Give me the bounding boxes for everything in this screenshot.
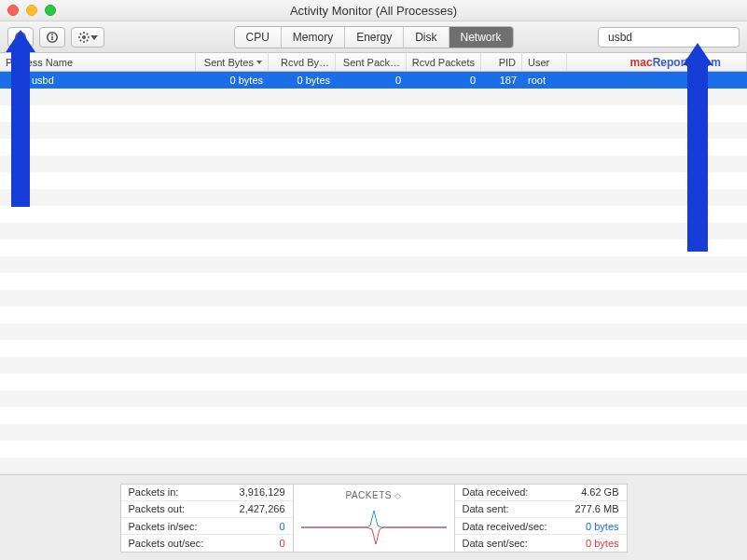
annotation-arrow-right (683, 43, 712, 252)
svg-point-5 (82, 35, 86, 39)
tab-network[interactable]: Network (450, 27, 513, 48)
table-row[interactable] (0, 357, 747, 374)
tab-cpu[interactable]: CPU (234, 27, 281, 48)
column-sent-packets[interactable]: Sent Pack… (336, 53, 407, 71)
tab-disk[interactable]: Disk (404, 27, 449, 48)
summary-row: Data sent:277.6 MB (455, 501, 627, 518)
search-field[interactable]: ✕ (598, 27, 740, 48)
titlebar: Activity Monitor (All Processes) (0, 0, 747, 21)
maximize-window-button[interactable] (45, 5, 56, 16)
table-row[interactable] (0, 89, 747, 105)
table-row[interactable] (0, 273, 747, 290)
summary-row: Data received/sec:0 bytes (455, 518, 627, 535)
table-row[interactable] (0, 256, 747, 273)
table-row[interactable] (0, 407, 747, 424)
search-input[interactable] (608, 31, 747, 44)
summary-row: Data received:4.62 GB (455, 485, 627, 501)
column-pid[interactable]: PID (481, 53, 522, 71)
svg-line-12 (80, 39, 81, 40)
svg-point-3 (51, 34, 53, 35)
table-row[interactable] (0, 206, 747, 223)
summary-right: Data received:4.62 GBData sent:277.6 MBD… (454, 484, 628, 553)
tab-energy[interactable]: Energy (345, 27, 404, 48)
summary-left: Packets in:3,916,129Packets out:2,427,26… (120, 484, 294, 553)
summary-graph: PACKETS (294, 484, 454, 553)
table-row[interactable] (0, 122, 747, 139)
table-row[interactable] (0, 105, 747, 122)
info-button[interactable] (39, 27, 65, 48)
table-row[interactable] (0, 323, 747, 340)
column-rcvd-bytes[interactable]: Rcvd By… (269, 53, 336, 71)
table-row[interactable] (0, 156, 747, 172)
window-title: Activity Monitor (All Processes) (290, 4, 457, 18)
summary-row: Packets in:3,916,129 (121, 485, 293, 501)
svg-marker-14 (90, 35, 98, 40)
table-row[interactable] (0, 340, 747, 357)
column-sent-bytes[interactable]: Sent Bytes (196, 53, 269, 71)
svg-line-11 (87, 39, 88, 40)
graph-label[interactable]: PACKETS (294, 485, 454, 500)
tab-memory[interactable]: Memory (282, 27, 345, 48)
tab-switcher: CPU Memory Energy Disk Network (233, 26, 513, 48)
packets-sparkline (301, 509, 447, 546)
table-row[interactable] (0, 441, 747, 458)
annotation-arrow-left (6, 30, 35, 207)
table-row[interactable]: usbd0 bytes0 bytes00187root (0, 72, 747, 89)
table-row[interactable] (0, 223, 747, 239)
window-controls (7, 5, 56, 16)
settings-button[interactable] (71, 27, 104, 48)
svg-line-10 (80, 33, 81, 34)
gear-icon (77, 31, 90, 44)
svg-line-13 (87, 33, 88, 34)
summary-row: Packets out/sec:0 (121, 535, 293, 551)
process-table[interactable]: usbd0 bytes0 bytes00187root (0, 72, 747, 472)
close-window-button[interactable] (7, 5, 19, 16)
svg-rect-4 (51, 36, 53, 40)
table-row[interactable] (0, 189, 747, 206)
table-row[interactable] (0, 374, 747, 390)
column-user[interactable]: User (522, 53, 567, 71)
summary-panel: Packets in:3,916,129Packets out:2,427,26… (0, 474, 747, 560)
table-row[interactable] (0, 424, 747, 441)
toolbar: CPU Memory Energy Disk Network ✕ (0, 21, 747, 53)
minimize-window-button[interactable] (26, 5, 37, 16)
summary-row: Packets in/sec:0 (121, 518, 293, 535)
summary-row: Packets out:2,427,266 (121, 501, 293, 518)
table-row[interactable] (0, 307, 747, 323)
chevron-down-icon (90, 34, 98, 41)
table-row[interactable] (0, 239, 747, 256)
summary-row: Data sent/sec:0 bytes (455, 535, 627, 551)
table-row[interactable] (0, 390, 747, 407)
table-row[interactable] (0, 458, 747, 472)
table-row[interactable] (0, 172, 747, 189)
column-rcvd-packets[interactable]: Rcvd Packets (407, 53, 481, 71)
table-row[interactable] (0, 290, 747, 307)
table-row[interactable] (0, 139, 747, 156)
